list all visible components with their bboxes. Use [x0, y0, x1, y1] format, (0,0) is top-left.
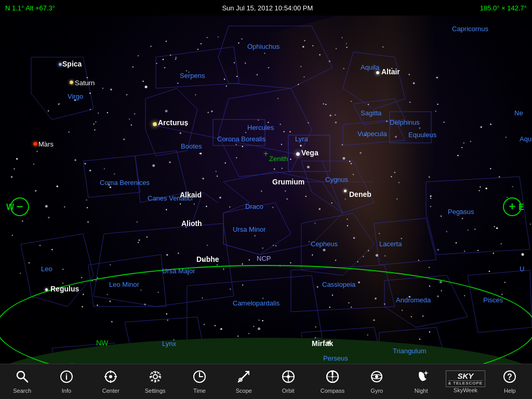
- svg-point-43: [335, 114, 336, 115]
- compass-label: Compass: [321, 388, 344, 394]
- search-icon: [15, 369, 30, 386]
- svg-point-285: [62, 283, 63, 284]
- svg-point-34: [429, 177, 430, 178]
- svg-point-316: [512, 186, 513, 187]
- svg-point-67: [64, 206, 65, 207]
- svg-point-25: [485, 188, 487, 190]
- svg-point-204: [226, 85, 227, 86]
- svg-point-134: [289, 131, 290, 132]
- svg-text:?: ?: [507, 373, 512, 381]
- toolbar-time[interactable]: Time: [179, 366, 220, 397]
- planet-saturn-dot: [70, 81, 73, 84]
- help-label: Help: [504, 388, 516, 394]
- svg-point-29: [126, 94, 127, 95]
- toolbar-search[interactable]: Search: [2, 366, 43, 397]
- svg-point-264: [236, 157, 237, 158]
- svg-point-37: [203, 259, 204, 260]
- svg-point-78: [185, 227, 187, 228]
- toolbar-night[interactable]: Night: [401, 366, 442, 397]
- svg-point-108: [138, 239, 140, 241]
- svg-point-223: [435, 111, 436, 112]
- toolbar-compass[interactable]: Compass: [312, 366, 353, 397]
- svg-point-306: [197, 49, 198, 50]
- toolbar-skyweek[interactable]: SKY & TELESCOPE SkyWeek: [445, 366, 486, 397]
- svg-point-144: [59, 103, 60, 104]
- settings-label: Settings: [145, 388, 166, 394]
- toolbar-info[interactable]: i Info: [46, 366, 87, 397]
- svg-point-125: [163, 59, 164, 60]
- svg-point-296: [398, 182, 400, 183]
- toolbar-center[interactable]: Center: [90, 366, 131, 397]
- coordinates-display: N 1.1° Alt +67.3°: [5, 4, 55, 12]
- svg-point-109: [166, 254, 168, 256]
- svg-point-221: [290, 158, 291, 159]
- svg-point-214: [87, 77, 88, 78]
- svg-point-303: [224, 78, 225, 79]
- telescope-text: & TELESCOPE: [448, 381, 483, 385]
- svg-point-58: [178, 252, 179, 254]
- svg-point-146: [93, 124, 94, 125]
- svg-point-276: [302, 46, 304, 48]
- svg-point-235: [430, 197, 431, 198]
- svg-point-39: [110, 89, 112, 91]
- svg-point-131: [131, 124, 132, 125]
- svg-point-279: [493, 252, 494, 254]
- svg-point-79: [217, 176, 218, 177]
- svg-point-259: [39, 245, 41, 246]
- svg-point-211: [242, 146, 243, 147]
- svg-point-77: [16, 158, 18, 160]
- svg-point-24: [386, 121, 387, 122]
- svg-point-123: [166, 209, 167, 210]
- sky-map[interactable]: W E NW + Zenith NCP Vega Arcturus Altair…: [0, 16, 532, 379]
- toolbar-orbit[interactable]: Orbit: [268, 366, 309, 397]
- help-icon: ?: [502, 369, 517, 386]
- svg-point-113: [245, 62, 246, 63]
- svg-point-41: [134, 113, 135, 114]
- svg-text:i: i: [65, 373, 68, 381]
- svg-point-318: [357, 261, 358, 262]
- svg-point-282: [62, 269, 63, 270]
- svg-point-86: [280, 124, 281, 125]
- skyweek-label: SkyWeek: [454, 387, 477, 393]
- svg-point-307: [87, 207, 88, 208]
- svg-point-210: [470, 141, 471, 142]
- svg-point-178: [368, 250, 369, 251]
- svg-point-128: [391, 68, 392, 69]
- svg-point-118: [463, 142, 464, 143]
- settings-icon: [148, 369, 163, 386]
- svg-point-85: [368, 104, 369, 105]
- svg-point-167: [206, 37, 207, 38]
- sky-text: SKY: [458, 372, 474, 380]
- svg-point-165: [530, 223, 531, 224]
- toolbar-help[interactable]: ? Help: [489, 366, 530, 397]
- svg-point-105: [235, 144, 236, 145]
- svg-point-189: [110, 187, 112, 189]
- svg-point-93: [175, 59, 176, 60]
- svg-point-46: [87, 221, 88, 222]
- svg-point-335: [109, 375, 112, 378]
- svg-point-250: [323, 249, 325, 251]
- svg-point-82: [169, 162, 171, 164]
- svg-point-33: [207, 245, 208, 246]
- svg-point-228: [102, 88, 103, 89]
- zoom-minus-button[interactable]: −: [10, 197, 29, 216]
- svg-point-21: [351, 163, 352, 164]
- night-label: Night: [415, 388, 428, 394]
- svg-point-328: [501, 243, 502, 244]
- svg-point-50: [401, 238, 402, 239]
- svg-point-329: [342, 157, 345, 159]
- svg-point-92: [152, 164, 155, 167]
- toolbar-gyro[interactable]: Gyro: [356, 366, 397, 397]
- toolbar-settings[interactable]: Settings: [135, 366, 176, 397]
- svg-point-18: [300, 66, 301, 67]
- svg-point-198: [504, 282, 506, 283]
- svg-point-166: [201, 43, 202, 44]
- svg-point-218: [14, 168, 15, 169]
- zoom-plus-icon: +: [509, 200, 516, 214]
- svg-point-13: [150, 46, 151, 47]
- zoom-plus-button[interactable]: +: [503, 197, 522, 216]
- svg-point-96: [170, 55, 171, 56]
- svg-point-159: [376, 254, 378, 257]
- svg-point-101: [186, 70, 187, 71]
- toolbar-scope[interactable]: Scope: [223, 366, 264, 397]
